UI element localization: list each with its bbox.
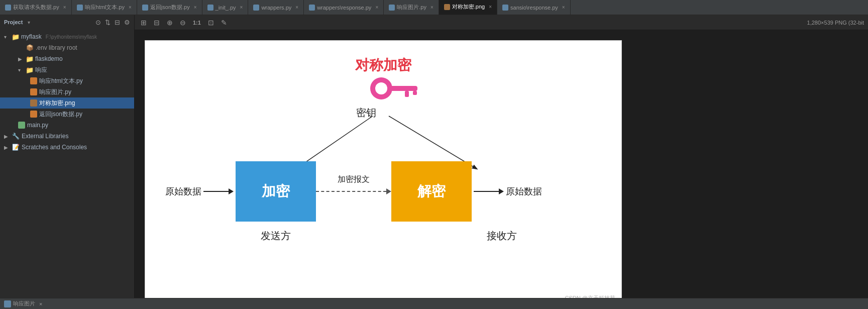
- sidebar-item-ext-libs[interactable]: ▶ 🔧 External Libraries: [0, 131, 134, 142]
- tab-7-close[interactable]: ×: [430, 5, 433, 10]
- key-label: 密钥: [346, 106, 386, 120]
- diagram-title: 对称加密: [165, 56, 601, 75]
- tab-bar: 获取请求头数据.py × 响应html文本.py × 返回json数据.py ×…: [0, 0, 868, 15]
- env-label: .env library root: [36, 44, 77, 51]
- tab-1-label: 获取请求头数据.py: [13, 4, 59, 11]
- sidebar-item-img-response[interactable]: 响应图片.py: [0, 86, 134, 97]
- diagram: 对称加密: [145, 40, 622, 298]
- py-icon: [502, 5, 508, 11]
- sidebar-title: Project: [4, 19, 23, 25]
- thumb-close[interactable]: ×: [39, 301, 42, 307]
- tab-2-label: 响应html文本.py: [85, 4, 125, 11]
- grid-button[interactable]: ⊟: [152, 18, 162, 28]
- tab-4-close[interactable]: ×: [240, 5, 243, 10]
- encrypt-sublabel: 发送方: [236, 229, 316, 243]
- actual-size-button[interactable]: 1:1: [191, 19, 203, 27]
- expand-button[interactable]: ⊞: [139, 18, 149, 28]
- ext-arrow: ▶: [4, 134, 10, 139]
- tab-1-close[interactable]: ×: [63, 5, 66, 10]
- fold-icon[interactable]: ⊟: [115, 19, 120, 26]
- project-path: F:\pythonitems\myflask: [46, 34, 97, 40]
- svg-point-1: [375, 82, 387, 94]
- py-icon: [30, 88, 37, 95]
- py-icon: [309, 5, 315, 11]
- encrypt-box: 加密: [236, 161, 316, 222]
- dropdown-arrow[interactable]: ▾: [28, 20, 30, 25]
- main-label: main.py: [27, 122, 48, 129]
- tab-4[interactable]: _init_.py ×: [202, 0, 249, 15]
- sidebar-tree: ▾ 📁 myflask F:\pythonitems\myflask 📦 .en…: [0, 29, 134, 298]
- py-icon: [5, 5, 11, 11]
- sidebar-item-symmetric[interactable]: 对称加密.png: [0, 97, 134, 109]
- tab-9-label: sansio\response.py: [510, 5, 558, 11]
- main-area: Project ▾ ⊙ ⇅ ⊟ ⚙ ▾ 📁 myflask F:\pythoni…: [0, 15, 868, 298]
- gear-icon[interactable]: ⚙: [124, 19, 130, 26]
- py-icon: [30, 111, 37, 118]
- image-info: 1,280×539 PNG (32-bit: [807, 20, 864, 26]
- tab-4-label: _init_.py: [215, 5, 236, 11]
- tab-3[interactable]: 返回json数据.py ×: [137, 0, 202, 15]
- ext-libs-label: External Libraries: [22, 133, 68, 140]
- tab-9-close[interactable]: ×: [562, 5, 565, 10]
- zoom-out-button[interactable]: ⊖: [178, 18, 188, 28]
- sidebar-item-response-folder[interactable]: ▾ 📁 响应: [0, 64, 134, 75]
- folder-icon: 📁: [12, 33, 19, 40]
- tab-7[interactable]: 响应图片.py ×: [384, 0, 439, 15]
- tab-6-label: wrappers\response.py: [317, 5, 371, 11]
- py-icon: [77, 5, 83, 11]
- zoom-in-button[interactable]: ⊕: [165, 18, 175, 28]
- flow-row: 原始数据 加密 加密报文: [165, 161, 542, 222]
- tab-8[interactable]: 对称加密.png ×: [439, 0, 497, 15]
- tab-2[interactable]: 响应html文本.py ×: [72, 0, 137, 15]
- sidebar-item-json-response[interactable]: 返回json数据.py: [0, 109, 134, 120]
- content-area: ⊞ ⊟ ⊕ ⊖ 1:1 ⊡ ✎ 1,280×539 PNG (32-bit 对称…: [135, 15, 868, 298]
- project-root[interactable]: ▾ 📁 myflask F:\pythonitems\myflask: [0, 31, 134, 42]
- thumb-file-icon: [4, 300, 11, 307]
- left-label: 原始数据: [165, 185, 201, 197]
- sidebar-item-html-response[interactable]: 响应html文本.py: [0, 75, 134, 86]
- sidebar-item-main[interactable]: main.py: [0, 120, 134, 131]
- sidebar: Project ▾ ⊙ ⇅ ⊟ ⚙ ▾ 📁 myflask F:\pythoni…: [0, 15, 135, 298]
- tab-8-label: 对称加密.png: [452, 3, 485, 11]
- color-pick-button[interactable]: ✎: [219, 18, 229, 28]
- svg-rect-3: [405, 91, 409, 97]
- tab-9[interactable]: sansio\response.py ×: [497, 0, 571, 15]
- sidebar-item-flaskdemo[interactable]: ▶ 📁 flaskdemo: [0, 53, 134, 64]
- folder-icon: 📁: [26, 66, 33, 73]
- json-response-label: 返回json数据.py: [39, 110, 82, 119]
- sidebar-header: Project ▾ ⊙ ⇅ ⊟ ⚙: [0, 15, 134, 29]
- tab-1[interactable]: 获取请求头数据.py ×: [0, 0, 72, 15]
- svg-point-0: [370, 77, 392, 99]
- fit-button[interactable]: ⊡: [206, 18, 216, 28]
- tab-6-close[interactable]: ×: [375, 5, 378, 10]
- img-response-label: 响应图片.py: [39, 88, 71, 96]
- tab-5-label: wrappers.py: [261, 5, 291, 11]
- status-thumb[interactable]: 响应图片 ×: [4, 300, 42, 307]
- sidebar-item-env[interactable]: 📦 .env library root: [0, 42, 134, 53]
- flaskdemo-arrow: ▶: [18, 56, 24, 62]
- middle-label: 加密报文: [338, 174, 370, 185]
- thumb-label: 响应图片: [13, 300, 35, 307]
- locate-icon[interactable]: ⊙: [95, 19, 101, 26]
- svg-rect-4: [413, 91, 417, 95]
- tab-8-close[interactable]: ×: [489, 4, 492, 10]
- py-icon: [30, 77, 37, 84]
- tab-7-label: 响应图片.py: [397, 4, 426, 11]
- status-bar: 响应图片 ×: [0, 298, 868, 309]
- sidebar-item-scratches[interactable]: ▶ 📝 Scratches and Consoles: [0, 142, 134, 153]
- tab-2-close[interactable]: ×: [129, 5, 132, 10]
- svg-rect-2: [390, 86, 417, 91]
- scroll-icon[interactable]: ⇅: [105, 19, 111, 26]
- tab-6[interactable]: wrappers\response.py ×: [304, 0, 384, 15]
- sidebar-icons: ⊙ ⇅ ⊟ ⚙: [95, 19, 130, 26]
- scratch-arrow: ▶: [4, 145, 10, 150]
- folder-icon: 📁: [26, 55, 33, 62]
- tab-3-close[interactable]: ×: [194, 5, 197, 10]
- response-arrow: ▾: [18, 67, 24, 73]
- tab-5[interactable]: wrappers.py ×: [248, 0, 304, 15]
- py-icon: [18, 122, 25, 129]
- py-icon: [142, 5, 148, 11]
- image-viewer[interactable]: 对称加密: [135, 30, 868, 298]
- project-name: myflask: [21, 33, 42, 40]
- tab-5-close[interactable]: ×: [295, 5, 298, 10]
